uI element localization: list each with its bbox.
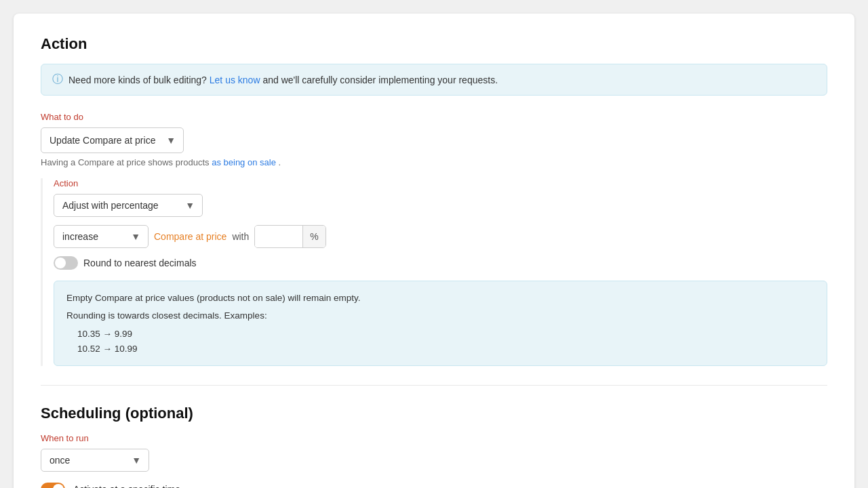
info-banner-text: Need more kinds of bulk editing? Let us … xyxy=(68,75,498,85)
action-title: Action xyxy=(41,35,827,53)
action-label: Action xyxy=(54,178,827,188)
example1: 10.35 → 9.99 xyxy=(77,327,814,342)
action-sub-section: Action Adjust with percentage Set to fix… xyxy=(41,178,827,366)
toggle-knob xyxy=(55,258,66,268)
percent-input[interactable] xyxy=(255,226,302,247)
frequency-select-wrapper: once daily weekly ▼ xyxy=(41,449,149,472)
with-text: with xyxy=(232,231,249,242)
main-card: Action ⓘ Need more kinds of bulk editing… xyxy=(14,14,854,488)
adjust-select[interactable]: Adjust with percentage Set to fixed valu… xyxy=(54,194,203,217)
let-us-know-link[interactable]: Let us know xyxy=(210,75,260,85)
action-section: Action ⓘ Need more kinds of bulk editing… xyxy=(41,35,827,366)
info-banner: ⓘ Need more kinds of bulk editing? Let u… xyxy=(41,64,827,96)
direction-select[interactable]: increase decrease xyxy=(54,225,149,248)
compare-at-price-text: Compare at price xyxy=(154,231,226,242)
scheduling-title: Scheduling (optional) xyxy=(41,405,827,422)
frequency-select[interactable]: once daily weekly xyxy=(41,449,149,472)
when-to-run-row: once daily weekly ▼ xyxy=(41,449,827,472)
when-to-run-label: When to run xyxy=(41,433,827,443)
activate-row: Activate at a specific time xyxy=(41,483,827,488)
what-to-do-label: What to do xyxy=(41,112,827,122)
round-toggle[interactable] xyxy=(54,256,78,270)
examples: 10.35 → 9.99 10.52 → 10.99 xyxy=(77,327,814,356)
on-sale-link[interactable]: as being on sale xyxy=(212,157,276,167)
what-to-do-wrapper: Update Compare at price Update Price Upd… xyxy=(41,127,184,153)
round-toggle-row: Round to nearest decimals xyxy=(54,256,827,270)
hint-text: Having a Compare at price shows products… xyxy=(41,157,827,167)
info-line2: Rounding is towards closest decimals. Ex… xyxy=(66,308,814,323)
percent-symbol: % xyxy=(302,226,325,247)
example2: 10.52 → 10.99 xyxy=(77,342,814,357)
activate-toggle-knob xyxy=(53,484,64,488)
section-divider xyxy=(41,385,827,386)
action-info-box: Empty Compare at price values (products … xyxy=(54,281,827,366)
percent-input-wrapper: % xyxy=(254,225,326,248)
what-to-do-select[interactable]: Update Compare at price Update Price Upd… xyxy=(41,127,184,153)
info-icon: ⓘ xyxy=(52,73,63,87)
round-label: Round to nearest decimals xyxy=(83,258,197,268)
increase-row: increase decrease ▼ Compare at price wit… xyxy=(54,225,827,248)
activate-toggle[interactable] xyxy=(41,483,65,488)
info-line1: Empty Compare at price values (products … xyxy=(66,291,814,306)
activate-label: Activate at a specific time xyxy=(73,484,180,488)
scheduling-section: Scheduling (optional) When to run once d… xyxy=(41,405,827,488)
direction-select-wrapper: increase decrease ▼ xyxy=(54,225,149,248)
adjust-row: Adjust with percentage Set to fixed valu… xyxy=(54,194,827,217)
adjust-select-wrapper: Adjust with percentage Set to fixed valu… xyxy=(54,194,203,217)
